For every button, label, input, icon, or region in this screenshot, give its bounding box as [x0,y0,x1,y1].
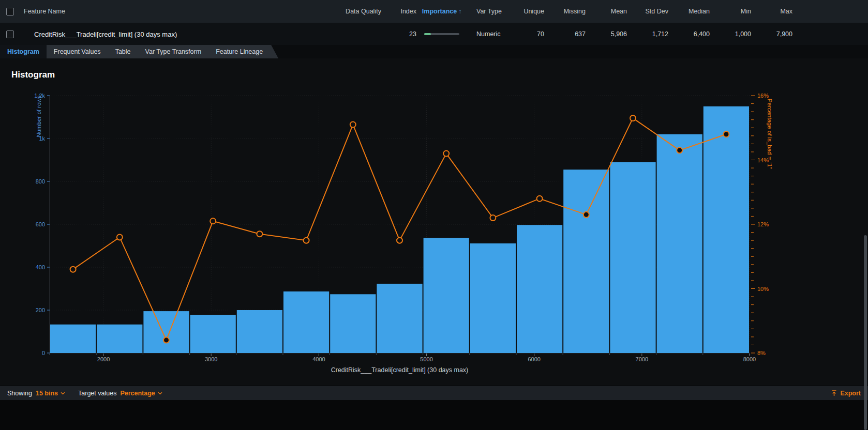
importance-label: Importance [422,8,457,15]
x-axis-title: CreditRisk___Tradeli[credit_limit] (30 d… [331,366,469,374]
feature-list-header: Feature Name Data Quality Index Importan… [0,0,868,23]
target-values-label: Target values [78,390,116,397]
histogram-bar[interactable] [190,315,236,353]
right-axis-tick-label: 16% [757,93,769,99]
target-line-point[interactable] [490,215,496,221]
column-max[interactable]: Max [751,8,792,15]
select-all-cell [0,8,20,16]
histogram-chart[interactable]: 02004006008001k1.2k8%10%12%14%16%2000300… [0,58,868,386]
left-axis-tick-label: 600 [36,221,45,227]
chart-footer: Showing 15 bins Target values Percentage… [0,386,868,400]
right-axis-tick-label: 10% [757,286,769,292]
target-line-point[interactable] [723,131,729,137]
tab-frequent-values[interactable]: Frequent Values [47,45,108,58]
left-axis-tick-label: 800 [36,178,45,185]
target-line-point[interactable] [304,238,309,243]
chevron-down-icon [61,392,65,395]
feature-name[interactable]: CreditRisk___Tradeli[credit_limit] (30 d… [20,30,336,38]
column-mean[interactable]: Mean [586,8,627,15]
tab-var-type-transform[interactable]: Var Type Transform [138,45,209,58]
column-std-dev[interactable]: Std Dev [627,8,668,15]
feature-index: 23 [391,30,416,38]
column-data-quality[interactable]: Data Quality [336,8,391,15]
target-line-point[interactable] [163,337,169,343]
chevron-down-icon [158,392,162,395]
importance-bar-fill [424,33,431,35]
target-line-point[interactable] [537,196,543,202]
y-axis-left-title: Number of rows [36,95,42,137]
tab-strip: Histogram Frequent Values Table Var Type… [0,45,278,58]
target-line-point[interactable] [210,218,216,224]
page-background [0,400,868,430]
target-line-point[interactable] [397,238,402,243]
vertical-scrollbar[interactable] [864,235,867,430]
column-feature-name[interactable]: Feature Name [20,8,336,15]
column-importance[interactable]: Importance ↑ [416,8,467,15]
left-axis-tick-label: 200 [36,307,45,313]
column-unique[interactable]: Unique [508,8,544,15]
histogram-bar[interactable] [424,238,469,353]
column-var-type[interactable]: Var Type [467,8,508,15]
x-axis-tick-label: 6000 [528,356,540,362]
feature-checkbox[interactable] [6,30,14,38]
bins-select[interactable]: 15 bins [36,390,65,397]
histogram-bar[interactable] [330,294,376,353]
histogram-bar[interactable] [143,311,189,353]
x-axis-tick-label: 8000 [743,356,756,362]
target-line-point[interactable] [117,234,123,240]
feature-median: 6,400 [668,30,710,38]
target-values-value: Percentage [120,390,155,397]
histogram-bar[interactable] [237,310,282,353]
bins-value: 15 bins [36,390,58,397]
sort-ascending-icon: ↑ [458,8,461,15]
histogram-bar[interactable] [610,162,655,353]
x-axis-tick-label: 4000 [312,356,325,362]
column-median[interactable]: Median [668,8,710,15]
tab-feature-lineage[interactable]: Feature Lineage [208,45,270,58]
x-axis-tick-label: 5000 [420,356,432,362]
histogram-bar[interactable] [97,325,142,353]
histogram-bar[interactable] [657,134,702,353]
importance-bar [424,33,459,35]
column-index[interactable]: Index [391,8,416,15]
feature-missing: 637 [544,30,586,38]
column-min[interactable]: Min [710,8,751,15]
histogram-bar[interactable] [50,325,96,353]
feature-row[interactable]: CreditRisk___Tradeli[credit_limit] (30 d… [0,23,868,45]
histogram-bar[interactable] [470,243,516,353]
target-line-point[interactable] [583,212,589,218]
histogram-bar[interactable] [704,106,749,353]
y-axis-right-title: Percentage of is_bad = "1" [767,99,773,169]
feature-mean: 5,906 [586,30,627,38]
tab-table[interactable]: Table [108,45,138,58]
feature-importance-cell [416,33,467,35]
histogram-bar[interactable] [517,225,562,353]
target-values-select[interactable]: Percentage [120,390,162,397]
right-axis-tick-label: 12% [757,221,769,227]
target-line-point[interactable] [70,267,76,272]
target-line-point[interactable] [443,151,449,157]
column-missing[interactable]: Missing [544,8,586,15]
left-axis-tick-label: 400 [36,264,45,270]
target-line-point[interactable] [257,231,262,237]
feature-min: 1,000 [710,30,751,38]
feature-select-cell [0,30,20,38]
export-label: Export [840,390,861,397]
target-line-point[interactable] [630,115,636,121]
select-all-checkbox[interactable] [6,8,14,16]
target-line-point[interactable] [677,147,682,153]
x-axis-tick-label: 7000 [636,356,648,362]
x-axis-tick-label: 2000 [97,356,110,362]
histogram-bar[interactable] [377,284,422,353]
histogram-bar[interactable] [563,170,609,353]
tab-histogram[interactable]: Histogram [0,45,47,58]
feature-max: 7,900 [751,30,792,38]
feature-std-dev: 1,712 [627,30,668,38]
export-icon [831,390,837,396]
target-line-point[interactable] [350,122,356,128]
histogram-bar[interactable] [283,291,329,353]
feature-unique: 70 [508,30,544,38]
export-button[interactable]: Export [831,390,861,397]
feature-var-type: Numeric [467,30,508,38]
right-axis-tick-label: 8% [757,350,766,356]
